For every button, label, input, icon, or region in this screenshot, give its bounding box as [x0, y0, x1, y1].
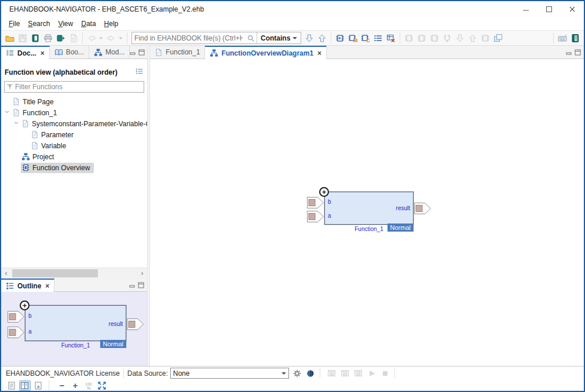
calibration-grid-icon [341, 369, 350, 378]
filter-functions-input[interactable] [13, 83, 144, 91]
output-port-result[interactable] [127, 318, 144, 330]
input-port-a[interactable] [8, 327, 24, 338]
export-pdf-button[interactable] [67, 32, 80, 45]
minimize-pane-icon[interactable] [566, 49, 572, 56]
forward-history-button[interactable] [118, 32, 125, 45]
search-previous-button[interactable] [316, 32, 328, 45]
menu-data[interactable]: Data [77, 19, 100, 29]
move-down-button[interactable] [454, 32, 466, 45]
start-visualization-button[interactable] [366, 368, 378, 379]
diagram-canvas[interactable]: +baresultFunction_1Normal [150, 59, 584, 366]
chevron-down-icon[interactable] [3, 109, 12, 116]
move-up-button[interactable] [466, 32, 479, 45]
tree-item-parameter[interactable]: Parameter [1, 129, 147, 140]
tab-mod-[interactable]: Mod... [89, 46, 130, 58]
export-button[interactable] [54, 32, 67, 45]
pin-function-code-button[interactable] [428, 32, 441, 45]
single-page-view-button[interactable] [6, 380, 17, 391]
calibration-window-button[interactable] [326, 368, 338, 379]
minimize-pane-icon[interactable] [129, 282, 136, 288]
input-port-b[interactable] [307, 197, 324, 208]
close-tab-icon[interactable]: × [41, 49, 45, 57]
maximize-pane-icon[interactable] [138, 282, 144, 288]
zoom-out-button[interactable]: − [56, 380, 68, 391]
output-label: result [396, 205, 410, 211]
output-port-result[interactable] [414, 203, 431, 214]
goto-function-button[interactable] [334, 32, 346, 45]
view-menu-icon[interactable] [136, 67, 144, 78]
goto-code-button[interactable]: C [359, 32, 372, 45]
keyboard-shortcuts-button[interactable] [556, 32, 569, 45]
tab-doc-[interactable]: Doc...× [1, 46, 50, 59]
menu-view[interactable]: View [54, 19, 77, 29]
maximize-button[interactable] [538, 1, 561, 17]
close-button[interactable] [561, 1, 584, 17]
scroll-left-icon[interactable]: ‹ [1, 269, 11, 279]
fit-to-screen-button[interactable] [96, 380, 108, 391]
search-next-button[interactable] [303, 32, 316, 45]
duplicate-view-button[interactable] [492, 32, 504, 45]
scroll-right-icon[interactable]: › [137, 269, 147, 279]
ehandbook-logo-button[interactable] [569, 32, 582, 45]
main-function-block[interactable]: +baresultFunction_1Normal [324, 192, 414, 225]
tree-item-function-overview[interactable]: Function Overview [1, 162, 147, 173]
tree-item-function_1[interactable]: Function_1 [1, 107, 147, 118]
open-file-button[interactable] [3, 32, 16, 45]
print-button[interactable] [42, 32, 54, 45]
function-list-button[interactable] [372, 32, 385, 45]
data-source-select[interactable]: None [170, 368, 289, 379]
input-port-b[interactable] [8, 311, 24, 323]
data-source-browse-button[interactable] [305, 368, 316, 379]
close-tab-icon[interactable]: × [45, 282, 49, 290]
minimize-pane-icon[interactable] [130, 49, 136, 56]
tree-item-title-page[interactable]: Title Page [1, 96, 147, 107]
zoom-in-button[interactable]: + [70, 380, 81, 391]
back-history-button[interactable] [98, 32, 105, 45]
expand-block-button[interactable]: + [20, 301, 30, 310]
menu-file[interactable]: File [5, 19, 24, 29]
stop-visualization-button[interactable] [379, 368, 391, 379]
find-input[interactable] [132, 33, 245, 43]
calibration-export-button[interactable] [353, 368, 364, 379]
unpin-function-button[interactable] [441, 32, 454, 45]
close-all-tables-button[interactable] [385, 32, 397, 45]
annotation-view-button[interactable]: a [32, 380, 44, 391]
menu-help[interactable]: Help [100, 19, 123, 29]
tab-outline[interactable]: Outline× [1, 279, 54, 292]
tree-item-systemconstant-parameter-variable-c[interactable]: Systemconstant-Parameter-Variable-C [1, 118, 147, 129]
tree-item-project[interactable]: Project [1, 151, 147, 162]
goto-function-icon [335, 34, 345, 43]
tab-functionoverviewdiagram1[interactable]: FunctionOverviewDiagram1× [205, 46, 327, 59]
scrollbar-thumb[interactable] [12, 269, 98, 277]
remove-function-button[interactable] [479, 32, 492, 45]
outline-function-block[interactable]: +baresultFunction_1Normal [25, 305, 126, 341]
chevron-down-icon[interactable] [13, 120, 21, 127]
save-button[interactable] [16, 32, 29, 45]
pin-function-button[interactable] [403, 32, 415, 45]
tab-function_1[interactable]: Function_1 [150, 46, 205, 58]
maximize-pane-icon[interactable] [138, 49, 145, 56]
save-icon [18, 34, 27, 43]
toolbar-separator [82, 33, 83, 43]
data-source-settings-button[interactable] [291, 368, 303, 379]
tab-boo-[interactable]: Boo... [50, 46, 89, 58]
goto-model-button[interactable]: M [346, 32, 359, 45]
maximize-pane-icon[interactable] [575, 49, 581, 56]
tree-horizontal-scrollbar[interactable]: ‹ › [1, 268, 147, 279]
navigate-back-button[interactable] [85, 32, 98, 45]
minimize-button[interactable] [514, 1, 538, 17]
book-view-icon [20, 381, 30, 390]
zoom-reset-button[interactable]: 100% [83, 380, 94, 391]
expand-block-button[interactable]: + [319, 187, 329, 197]
calibration-grid-button[interactable] [339, 368, 351, 379]
search-mode-dropdown[interactable]: Contains [257, 32, 301, 43]
tree-item-variable[interactable]: Variable [1, 140, 147, 151]
outline-canvas[interactable]: +baresultFunction_1Normal [1, 292, 147, 366]
input-port-a[interactable] [307, 211, 324, 222]
book-view-button[interactable] [19, 380, 31, 391]
menu-search[interactable]: Search [24, 19, 54, 29]
close-tab-icon[interactable]: × [317, 49, 321, 57]
pin-function-model-button[interactable] [415, 32, 428, 45]
open-ehandbook-button[interactable] [29, 32, 42, 45]
navigate-forward-button[interactable] [105, 32, 118, 45]
